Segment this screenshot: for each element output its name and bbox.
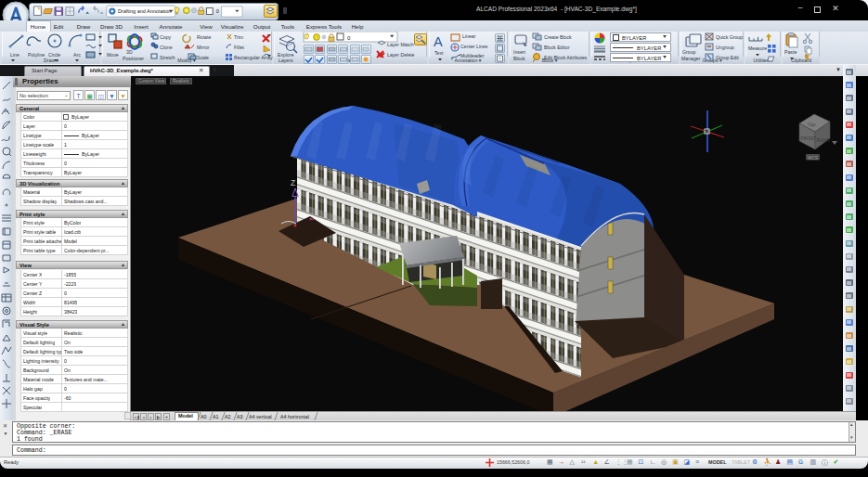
svg-text:RIGHT: RIGHT bbox=[817, 138, 831, 143]
svg-text:Linear: Linear bbox=[462, 33, 476, 39]
svg-text:Block Editor: Block Editor bbox=[544, 45, 570, 50]
svg-text:Layers: Layers bbox=[279, 58, 293, 63]
svg-text:Trim: Trim bbox=[234, 34, 243, 40]
svg-text:FRONT: FRONT bbox=[801, 136, 817, 141]
svg-text:WCS: WCS bbox=[808, 156, 818, 161]
svg-text:Copy: Copy bbox=[160, 34, 172, 40]
svg-text:Rotate: Rotate bbox=[197, 34, 211, 40]
svg-text:Multileader: Multileader bbox=[460, 53, 485, 58]
svg-text:×¹: ×¹ bbox=[309, 216, 314, 222]
svg-text:Stretch: Stretch bbox=[160, 55, 175, 60]
svg-text:A: A bbox=[434, 34, 443, 49]
svg-text:Clone: Clone bbox=[160, 45, 173, 50]
svg-text:Drafting and Annotation: Drafting and Annotation bbox=[118, 8, 172, 14]
svg-text:Center Lines: Center Lines bbox=[460, 44, 488, 49]
svg-text:Ungroup: Ungroup bbox=[716, 45, 734, 50]
svg-text:3D: 3D bbox=[126, 49, 133, 55]
svg-text:Line: Line bbox=[10, 52, 19, 58]
svg-text:Arc: Arc bbox=[73, 52, 81, 58]
svg-text:Block: Block bbox=[513, 56, 525, 61]
svg-text:Mirror: Mirror bbox=[197, 45, 210, 50]
svg-text:Quick Group: Quick Group bbox=[716, 34, 743, 40]
svg-text:Paste: Paste bbox=[784, 49, 797, 55]
svg-text:Scale: Scale bbox=[197, 55, 209, 60]
svg-text:Group: Group bbox=[682, 49, 696, 55]
svg-text:Insert: Insert bbox=[513, 49, 526, 55]
svg-text:Polyline: Polyline bbox=[28, 52, 45, 58]
svg-text:Create Block: Create Block bbox=[544, 34, 572, 40]
svg-text:Fillet: Fillet bbox=[234, 45, 245, 50]
svg-text:Text: Text bbox=[434, 50, 444, 56]
svg-text:Move: Move bbox=[107, 52, 119, 58]
svg-text:0: 0 bbox=[216, 8, 219, 14]
svg-text:Manager: Manager bbox=[681, 56, 701, 61]
svg-text:Group Edit: Group Edit bbox=[716, 55, 739, 60]
svg-text:Circle: Circle bbox=[48, 52, 60, 58]
svg-text:0: 0 bbox=[347, 34, 351, 41]
svg-text:Positioner: Positioner bbox=[123, 56, 144, 61]
svg-text:Z: Z bbox=[291, 178, 295, 187]
svg-text:Measure: Measure bbox=[748, 45, 767, 51]
svg-text:Rectangular Array: Rectangular Array bbox=[234, 55, 273, 60]
svg-text:Edit Block Attributes: Edit Block Attributes bbox=[544, 55, 588, 60]
